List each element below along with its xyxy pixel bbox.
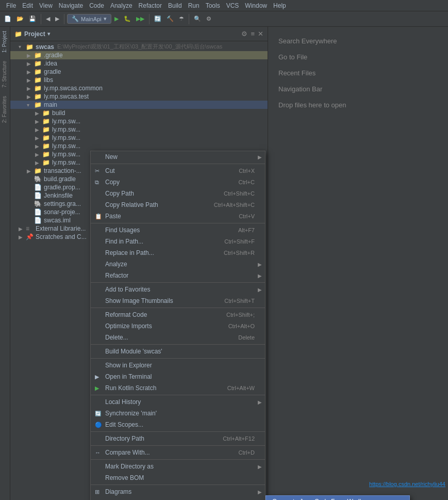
menu-file[interactable]: File — [3, 2, 19, 9]
menu-tools[interactable]: Tools — [203, 2, 223, 9]
ctx-item-mark-directory[interactable]: Mark Directory as ▶ — [91, 461, 265, 472]
ctx-item-run-kotlin[interactable]: ▶ Run Kotlin Scratch Ctrl+Alt+W — [91, 382, 265, 394]
ctx-item-find-usages[interactable]: Find Usages Alt+F7 — [91, 224, 265, 236]
menu-vcs[interactable]: VCS — [223, 2, 242, 9]
ctx-item-add-favorites[interactable]: Add to Favorites ▶ — [91, 284, 265, 295]
tree-item-common[interactable]: ▶ 📁 ly.mp.swcas.common — [10, 84, 268, 92]
panel-close-icon[interactable]: ✕ — [258, 30, 263, 38]
ctx-label-buildmod: Build Module 'swcas' — [105, 348, 255, 355]
toolbar-search-btn[interactable]: 🔍 — [192, 14, 203, 23]
tree-item-libs[interactable]: ▶ 📁 libs — [10, 76, 268, 84]
toolbar-run2-btn[interactable]: ▶▶ — [134, 14, 146, 23]
toolbar-make-btn[interactable]: 🔨 — [164, 14, 176, 23]
right-panel-recent-label: Recent Files — [278, 69, 316, 77]
ctx-item-new[interactable]: New ▶ — [91, 151, 265, 163]
menu-view[interactable]: View — [36, 2, 56, 9]
tree-item-sw4[interactable]: ▶ 📁 ly.mp.sw... — [10, 142, 268, 150]
ctx-item-directory-path[interactable]: Directory Path Ctrl+Alt+F12 — [91, 433, 265, 444]
fi-sg: 🐘 — [34, 200, 42, 207]
ctx-item-local-history[interactable]: Local History ▶ — [91, 396, 265, 408]
toolbar-open-btn[interactable]: 📂 — [14, 14, 26, 23]
ctx-item-build-module[interactable]: Build Module 'swcas' — [91, 346, 265, 357]
tree-item-main[interactable]: ▾ 📁 main — [10, 101, 268, 109]
fi-gradle: 📁 — [34, 52, 42, 59]
tree-item-gradle-hidden[interactable]: ▶ 📁 .gradle — [10, 51, 268, 59]
tree-item-sw3[interactable]: ▶ 📁 ly.mp.sw... — [10, 134, 268, 142]
toolbar-debug-btn[interactable]: 🐛 — [122, 14, 133, 23]
ctx-item-edit-scopes[interactable]: 🔵 Edit Scopes... — [91, 419, 265, 430]
sidebar-item-structure[interactable]: 7: Structure — [0, 57, 10, 92]
ctx-item-cut[interactable]: ✂ Cut Ctrl+X — [91, 165, 265, 176]
tree-item-test[interactable]: ▶ 📁 ly.mp.swcas.test — [10, 92, 268, 101]
ctx-item-open-terminal[interactable]: ▶ Open in Terminal — [91, 371, 265, 382]
sidebar-item-favorites[interactable]: 2: Favorites — [0, 92, 10, 127]
ctx-item-refactor[interactable]: Refactor ▶ — [91, 270, 265, 281]
ctx-label-removebom: Remove BOM — [105, 474, 255, 481]
ctx-item-reformat[interactable]: Reformat Code Ctrl+Shift+; — [91, 309, 265, 320]
menu-edit[interactable]: Edit — [19, 2, 36, 9]
menu-window[interactable]: Window — [242, 2, 270, 9]
menu-build[interactable]: Build — [165, 2, 185, 9]
toolbar-sep4 — [189, 14, 189, 24]
watermark-link[interactable]: https://blog.csdn.net/richyliu44 — [369, 481, 445, 487]
ctx-shortcut-thumbs: Ctrl+Shift+T — [224, 298, 255, 304]
ctx-item-remove-bom[interactable]: Remove BOM — [91, 472, 265, 483]
ctx-item-find-in-path[interactable]: Find in Path... Ctrl+Shift+F — [91, 236, 265, 247]
ctx-sep1 — [91, 164, 265, 164]
submenu-item-generate-java[interactable]: Generate Java Code From Wsdl... — [266, 496, 409, 500]
ctx-item-show-explorer[interactable]: Show in Explorer — [91, 360, 265, 371]
toolbar-sync-btn[interactable]: 🔄 — [152, 14, 163, 23]
right-panel-goto: Go to File — [278, 53, 438, 61]
ctx-item-compare-with[interactable]: ↔ Compare With... Ctrl+D — [91, 447, 265, 458]
ctx-label-thumbs: Show Image Thumbnails — [105, 297, 214, 304]
ctx-label-dirpath: Directory Path — [105, 435, 212, 442]
menu-refactor[interactable]: Refactor — [136, 2, 165, 9]
ctx-item-copy[interactable]: ⧉ Copy Ctrl+C — [91, 176, 265, 188]
ctx-label-analyze: Analyze — [105, 261, 255, 268]
toolbar-run-btn[interactable]: ▶ — [112, 14, 121, 23]
panel-dropdown-arrow[interactable]: ▾ — [47, 31, 50, 37]
menu-navigate[interactable]: Navigate — [56, 2, 86, 9]
ctx-item-create-gist[interactable]: ⬡ Create Gist... — [91, 497, 265, 500]
tree-item-gradle[interactable]: ▶ 📁 gradle — [10, 68, 268, 76]
ctx-label-copy: Copy — [105, 179, 228, 186]
tree-item-idea[interactable]: ▶ 📁 .idea — [10, 59, 268, 68]
tree-item-sw2[interactable]: ▶ 📁 ly.mp.sw... — [10, 125, 268, 134]
menu-analyze[interactable]: Analyze — [107, 2, 136, 9]
ctx-label-optimize: Optimize Imports — [105, 322, 218, 330]
tree-item-sw1[interactable]: ▶ 📁 ly.mp.sw... — [10, 117, 268, 125]
ctx-label-copyrel: Copy Relative Path — [105, 201, 204, 208]
menu-help[interactable]: Help — [270, 2, 289, 9]
ctx-item-diagrams[interactable]: ⊞ Diagrams ▶ — [91, 486, 265, 497]
tree-item-root[interactable]: ▾ 📁 swcas E:\MyProject\观致\01_工程区\03_配置开发… — [10, 42, 268, 51]
ctx-item-copy-path[interactable]: Copy Path Ctrl+Shift+C — [91, 188, 265, 199]
toolbar-new-btn[interactable]: 📄 — [2, 14, 13, 23]
toolbar-settings-btn[interactable]: ⚙ — [204, 14, 213, 23]
ta-g: ▶ — [27, 69, 34, 75]
menu-run[interactable]: Run — [185, 2, 203, 9]
ctx-item-copy-relative[interactable]: Copy Relative Path Ctrl+Alt+Shift+C — [91, 199, 265, 211]
ctx-item-show-thumbnails[interactable]: Show Image Thumbnails Ctrl+Shift+T — [91, 295, 265, 307]
panel-settings-icon[interactable]: ⚙ — [241, 30, 247, 38]
sidebar-item-project[interactable]: 1: Project — [0, 27, 10, 57]
ctx-icon-diagrams: ⊞ — [95, 489, 105, 495]
toolbar-back-btn[interactable]: ◀ — [44, 14, 52, 23]
toolbar-coverage-btn[interactable]: ☂ — [177, 14, 186, 23]
ctx-item-replace-in-path[interactable]: Replace in Path... Ctrl+Shift+R — [91, 247, 265, 259]
ctx-item-paste[interactable]: 📋 Paste Ctrl+V — [91, 211, 265, 222]
tree-item-build[interactable]: ▶ 📁 build — [10, 109, 268, 117]
ta-build: ▶ — [35, 110, 42, 116]
ctx-item-synchronize[interactable]: 🔄 Synchronize 'main' — [91, 408, 265, 419]
run-config-selector[interactable]: 🔧 MainApi ▾ — [67, 14, 111, 24]
ctx-item-delete[interactable]: Delete... Delete — [91, 332, 265, 343]
ctx-item-optimize[interactable]: Optimize Imports Ctrl+Alt+O — [91, 320, 265, 332]
ctx-sep5 — [91, 344, 265, 345]
fi-g: 📁 — [34, 68, 42, 75]
panel-gear-icon[interactable]: ≡ — [251, 30, 255, 38]
toolbar-save-btn[interactable]: 💾 — [27, 14, 38, 23]
menu-code[interactable]: Code — [86, 2, 107, 9]
ctx-shortcut-paste: Ctrl+V — [239, 213, 255, 219]
toolbar-forward-btn[interactable]: ▶ — [53, 14, 61, 23]
tl-iml: swcas.iml — [44, 217, 71, 224]
ctx-item-analyze[interactable]: Analyze ▶ — [91, 259, 265, 270]
